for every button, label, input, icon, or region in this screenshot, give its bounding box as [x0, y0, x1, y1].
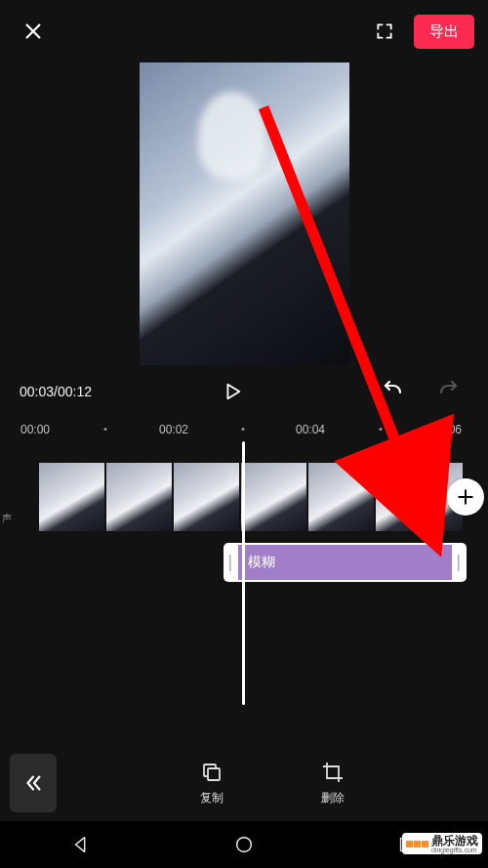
video-track[interactable] — [39, 463, 488, 531]
nav-back-button[interactable] — [68, 832, 94, 857]
watermark-logo — [406, 841, 428, 847]
timecode: 00:03/00:12 — [20, 384, 92, 399]
watermark: 鼎乐游戏 dinglegifts.com — [402, 833, 482, 854]
ruler-mark: 00:02 — [159, 423, 188, 436]
playhead[interactable] — [242, 441, 245, 705]
preview-area — [0, 62, 488, 365]
play-icon — [222, 381, 243, 402]
clip-thumb[interactable] — [174, 463, 239, 531]
clip-thumb[interactable] — [241, 463, 306, 531]
copy-button[interactable]: 复制 — [200, 761, 224, 806]
watermark-text-en: dinglegifts.com — [431, 847, 478, 853]
redo-button[interactable] — [429, 372, 468, 411]
delete-label: 删除 — [321, 790, 345, 806]
copy-label: 复制 — [200, 790, 224, 806]
clip-handle-left[interactable]: │ — [224, 543, 238, 582]
undo-icon — [381, 380, 404, 403]
clip-thumb[interactable] — [308, 463, 374, 531]
nav-home-button[interactable] — [231, 832, 257, 857]
bottom-toolbar: 复制 删除 — [0, 745, 488, 821]
plus-icon — [456, 487, 475, 507]
export-button[interactable]: 导出 — [414, 15, 474, 49]
ruler-mark: 00:00 — [20, 423, 50, 436]
add-clip-button[interactable] — [447, 478, 484, 516]
svg-marker-7 — [76, 838, 85, 852]
play-button[interactable] — [213, 372, 252, 411]
undo-button[interactable] — [373, 372, 412, 411]
copy-icon — [200, 761, 224, 784]
ruler-dot — [242, 428, 245, 431]
ruler-mark: 00:04 — [296, 423, 325, 436]
preview-canvas[interactable] — [140, 62, 349, 365]
transport-bar: 00:03/00:12 — [0, 365, 488, 418]
svg-rect-6 — [208, 768, 220, 780]
effect-clip-label[interactable]: 模糊 — [238, 543, 452, 582]
chevrons-left-icon — [22, 772, 44, 794]
watermark-text-cn: 鼎乐游戏 — [431, 835, 478, 847]
delete-button[interactable]: 删除 — [321, 761, 345, 806]
ruler-mark: 00:06 — [432, 423, 462, 436]
close-button[interactable] — [14, 12, 53, 51]
close-icon — [22, 21, 44, 42]
effect-clip[interactable]: │ 模糊 │ — [224, 543, 467, 582]
ruler-dot — [104, 428, 107, 431]
toolbar-collapse-button[interactable] — [10, 754, 57, 812]
time-ruler[interactable]: 00:00 00:02 00:04 00:06 — [0, 418, 488, 441]
clip-thumb[interactable] — [39, 463, 104, 531]
ruler-dot — [380, 428, 383, 431]
timeline[interactable]: 声 │ 模糊 │ — [0, 441, 488, 715]
fullscreen-button[interactable] — [365, 12, 404, 51]
nav-back-icon — [70, 834, 92, 855]
clip-thumb[interactable] — [106, 463, 172, 531]
clip-handle-right[interactable]: │ — [452, 543, 467, 582]
clip-thumb[interactable] — [376, 463, 441, 531]
fullscreen-icon — [375, 21, 394, 41]
svg-marker-2 — [227, 385, 239, 399]
mute-original-sound[interactable]: 声 — [2, 512, 12, 525]
redo-icon — [437, 380, 461, 403]
svg-point-8 — [237, 838, 252, 852]
nav-home-icon — [233, 834, 255, 855]
topbar: 导出 — [0, 0, 488, 62]
crop-icon — [321, 761, 345, 784]
